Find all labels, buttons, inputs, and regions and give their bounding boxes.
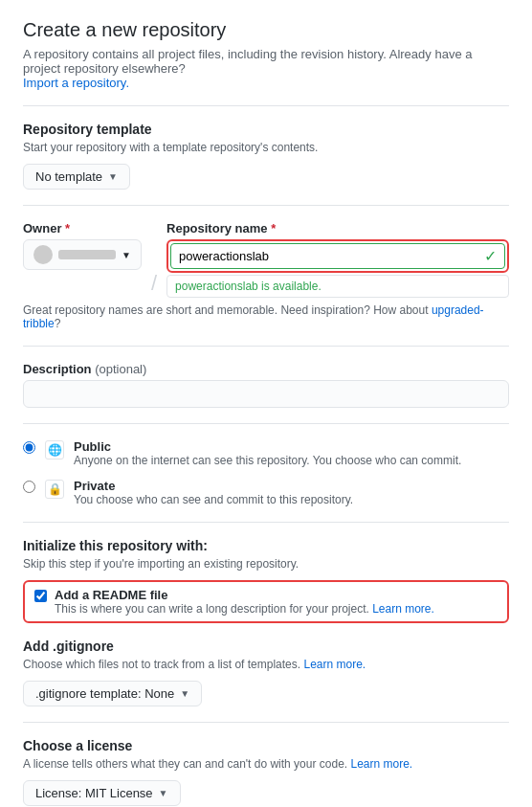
repo-name-box: Repository name * ✓ poweractionslab is a… — [166, 221, 509, 298]
visibility-public-option: 🌐 Public Anyone on the internet can see … — [23, 439, 509, 467]
repo-name-required: * — [271, 221, 276, 235]
template-section: Repository template Start your repositor… — [23, 122, 509, 190]
page-subtitle: A repository contains all project files,… — [23, 47, 509, 90]
description-label: Description (optional) — [23, 362, 509, 376]
readme-text: Add a README file This is where you can … — [55, 588, 434, 616]
visibility-private-radio[interactable] — [23, 481, 35, 493]
divider-3 — [23, 346, 509, 347]
page-title: Create a new repository — [23, 19, 509, 41]
visibility-private-desc: You choose who can see and commit to thi… — [74, 493, 353, 506]
license-section: Choose a license A license tells others … — [23, 738, 509, 806]
great-names-text: Great repository names are short and mem… — [23, 303, 509, 330]
visibility-section: 🌐 Public Anyone on the internet can see … — [23, 439, 509, 506]
readme-row: Add a README file This is where you can … — [34, 588, 498, 616]
repo-name-check-icon: ✓ — [477, 247, 504, 265]
readme-desc: This is where you can write a long descr… — [55, 602, 434, 616]
repo-name-input-row: ✓ — [170, 243, 505, 269]
owner-chevron-icon: ▼ — [122, 250, 131, 260]
initialize-sub: Skip this step if you're importing an ex… — [23, 557, 509, 571]
gitignore-chevron-icon: ▼ — [180, 688, 189, 699]
owner-dropdown[interactable]: ▼ — [23, 239, 142, 270]
import-repository-link[interactable]: Import a repository. — [23, 76, 129, 90]
visibility-private-label: Private — [74, 479, 353, 493]
visibility-public-label: Public — [74, 439, 461, 454]
license-chevron-icon: ▼ — [159, 788, 168, 798]
repo-name-highlight-border: ✓ — [166, 239, 509, 273]
visibility-public-desc: Anyone on the internet can see this repo… — [74, 454, 461, 467]
description-optional: (optional) — [95, 362, 146, 376]
private-icon: 🔒 — [45, 480, 64, 499]
license-dropdown-label: License: MIT License — [35, 786, 153, 800]
license-sub: A license tells others what they can and… — [23, 757, 509, 771]
readme-highlight-border: Add a README file This is where you can … — [23, 580, 509, 623]
divider-4 — [23, 423, 509, 424]
owner-avatar — [33, 245, 53, 264]
license-dropdown-button[interactable]: License: MIT License ▼ — [23, 780, 181, 806]
description-input[interactable] — [23, 380, 509, 408]
owner-repo-slash: / — [149, 271, 159, 296]
public-icon: 🌐 — [45, 440, 64, 460]
owner-name — [58, 250, 116, 259]
initialize-title: Initialize this repository with: — [23, 538, 509, 553]
owner-required: * — [65, 221, 70, 235]
initialize-section: Initialize this repository with: Skip th… — [23, 538, 509, 623]
template-dropdown-button[interactable]: No template ▼ — [23, 164, 130, 190]
template-section-sub: Start your repository with a template re… — [23, 141, 509, 154]
gitignore-section: Add .gitignore Choose which files not to… — [23, 639, 509, 706]
readme-checkbox[interactable] — [34, 590, 47, 602]
divider-5 — [23, 522, 509, 523]
readme-learn-more-link[interactable]: Learn more. — [372, 602, 434, 616]
owner-repo-row: Owner * ▼ / Repository name * ✓ poweract… — [23, 221, 509, 298]
visibility-public-text: Public Anyone on the internet can see th… — [74, 439, 461, 467]
divider-1 — [23, 105, 509, 106]
gitignore-learn-more-link[interactable]: Learn more. — [303, 658, 366, 671]
readme-label: Add a README file — [55, 588, 434, 602]
visibility-private-text: Private You choose who can see and commi… — [74, 479, 353, 506]
divider-6 — [23, 722, 509, 723]
owner-box: Owner * ▼ — [23, 221, 142, 270]
repo-name-input[interactable] — [171, 244, 477, 268]
gitignore-dropdown-label: .gitignore template: None — [35, 686, 174, 701]
visibility-public-radio[interactable] — [23, 441, 35, 454]
repo-available-tooltip: poweractionslab is available. — [166, 275, 509, 298]
license-title: Choose a license — [23, 738, 509, 753]
visibility-private-option: 🔒 Private You choose who can see and com… — [23, 479, 509, 506]
template-chevron-icon: ▼ — [108, 171, 118, 182]
license-learn-more-link[interactable]: Learn more. — [351, 757, 413, 771]
template-section-title: Repository template — [23, 122, 509, 137]
owner-label: Owner * — [23, 221, 142, 235]
gitignore-dropdown-button[interactable]: .gitignore template: None ▼ — [23, 681, 202, 706]
gitignore-title: Add .gitignore — [23, 639, 509, 654]
template-dropdown-label: No template — [35, 169, 102, 184]
divider-2 — [23, 205, 509, 206]
repo-name-label: Repository name * — [166, 221, 509, 235]
gitignore-sub: Choose which files not to track from a l… — [23, 658, 509, 671]
description-section: Description (optional) — [23, 362, 509, 408]
